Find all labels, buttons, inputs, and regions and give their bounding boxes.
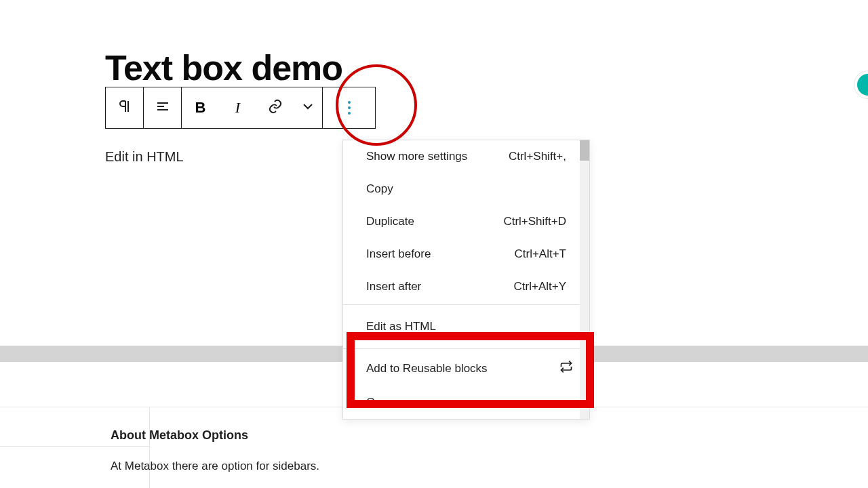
pilcrow-icon [117, 98, 133, 117]
menu-label: Group [366, 396, 398, 409]
bold-icon: B [195, 99, 206, 117]
menu-edit-as-html[interactable]: Edit as HTML [343, 306, 589, 347]
menu-label: Insert before [366, 247, 431, 261]
menu-insert-after[interactable]: Insert after Ctrl+Alt+Y [343, 270, 589, 303]
more-options-section [322, 87, 375, 128]
menu-label: Copy [366, 182, 393, 196]
bold-button[interactable]: B [182, 87, 219, 128]
menu-add-reusable[interactable]: Add to Reusable blocks [343, 350, 589, 386]
chevron-down-icon [300, 98, 316, 117]
more-options-button[interactable] [332, 92, 366, 123]
paragraph-button[interactable] [106, 87, 143, 128]
floating-action-button[interactable] [854, 71, 868, 98]
swap-icon [559, 360, 573, 377]
menu-shortcut: Ctrl+Shift+, [509, 150, 566, 163]
menu-label: Add to Reusable blocks [366, 362, 488, 375]
menu-label: Show more settings [366, 150, 467, 163]
horizontal-rule-short [0, 446, 149, 447]
metabox-description: At Metabox there are option for sidebars… [111, 460, 319, 473]
italic-button[interactable]: I [219, 87, 256, 128]
metabox-heading: About Metabox Options [111, 428, 248, 443]
link-icon [267, 98, 283, 117]
block-options-dropdown: Show more settings Ctrl+Shift+, Copy Dup… [342, 140, 590, 420]
more-vertical-icon [348, 101, 351, 115]
italic-icon: I [235, 99, 240, 117]
block-toolbar: B I [105, 87, 376, 129]
menu-separator [343, 348, 589, 349]
page-title: Text box demo [105, 47, 342, 88]
dropdown-scrollbar-thumb[interactable] [580, 140, 589, 161]
link-button[interactable] [256, 87, 294, 128]
dropdown-scrollbar-track[interactable] [580, 140, 589, 419]
menu-shortcut: Ctrl+Alt+T [514, 247, 566, 261]
menu-shortcut: Ctrl+Shift+D [503, 215, 566, 228]
align-button[interactable] [144, 87, 181, 128]
menu-duplicate[interactable]: Duplicate Ctrl+Shift+D [343, 205, 589, 238]
menu-label: Duplicate [366, 215, 414, 228]
menu-separator [343, 304, 589, 305]
block-content-text[interactable]: Edit in HTML [105, 149, 184, 165]
menu-copy[interactable]: Copy [343, 173, 589, 205]
menu-shortcut: Ctrl+Alt+Y [514, 280, 566, 293]
menu-insert-before[interactable]: Insert before Ctrl+Alt+T [343, 238, 589, 270]
align-left-icon [155, 98, 171, 117]
menu-label: Edit as HTML [366, 320, 436, 333]
vertical-rule [149, 407, 150, 488]
menu-label: Insert after [366, 280, 421, 293]
more-format-button[interactable] [294, 87, 322, 128]
menu-group[interactable]: Group [343, 386, 589, 419]
menu-show-more-settings[interactable]: Show more settings Ctrl+Shift+, [343, 140, 589, 173]
